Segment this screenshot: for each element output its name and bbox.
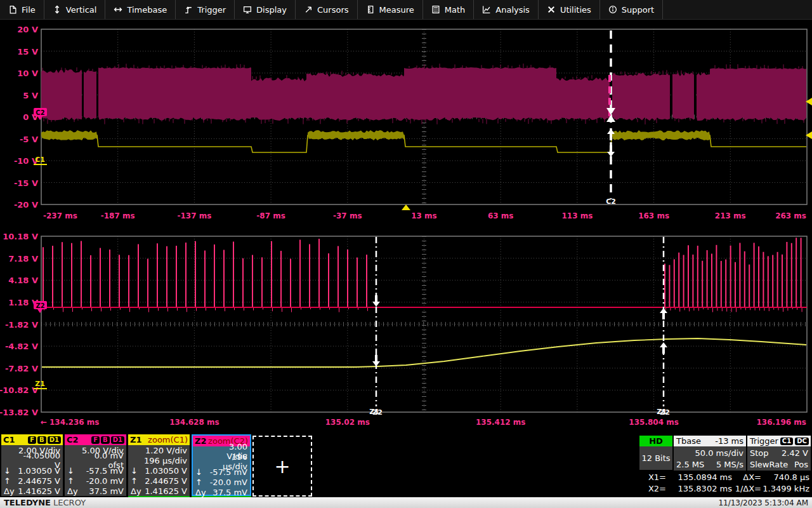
- timebase-delay: -13 ms: [715, 436, 743, 446]
- x1-value: 135.0894 ms: [666, 472, 732, 482]
- grid2-x-label: 136.196 ms: [757, 418, 806, 427]
- channel-row: Δy37.5 mV: [193, 487, 250, 497]
- timebase-box[interactable]: Tbase -13 ms 50.0 ms/div 2.5 MS 5 MS/s: [674, 436, 746, 471]
- waveform-display[interactable]: 20 V15 V10 V5 V0 V-5 V-10 V-15 V-20 V-23…: [0, 0, 812, 508]
- channel-box-Z2[interactable]: Z2zoom(C2)3.00 V/div196 µs/div↓-57.5 mV↑…: [192, 434, 251, 496]
- trigger-source-badge: C1: [780, 438, 793, 445]
- invdx-label: 1/ΔX=: [732, 484, 761, 493]
- channel-box-C1[interactable]: C1FBD12.00 V/div-4.05000 V↓1.03050 V↑2.4…: [1, 434, 63, 496]
- trigger-title: Trigger: [750, 436, 778, 446]
- grid1-y-label: -5 V: [20, 135, 38, 144]
- grid2-x-label: 134.628 ms: [169, 418, 219, 427]
- delta-y-label: Δy: [131, 486, 143, 496]
- zoom-cursor-arrow: [372, 302, 380, 307]
- c1-noise-band: [308, 130, 404, 140]
- channel-value: -57.5 mV: [210, 467, 247, 477]
- grid2-x-label: 135.804 ms: [629, 418, 678, 427]
- channel-row: 1.20 V/div: [128, 445, 190, 455]
- channel-row: ↓1.03050 V: [1, 465, 63, 476]
- grid2-y-label: -1.82 V: [5, 320, 38, 330]
- channel-row: ↓-57.5 mV: [193, 467, 250, 477]
- grid1-x-label: 113 ms: [561, 211, 593, 220]
- c2-trace: [672, 72, 694, 119]
- grid2-y-label: 7.18 V: [8, 254, 38, 264]
- trace-tag-underline: [34, 164, 47, 165]
- grid2-y-label: -13.82 V: [0, 408, 38, 417]
- channel-row: 196 µs/div: [193, 457, 250, 467]
- c2-trace: [612, 73, 670, 121]
- channel-value: 1.03050 V: [18, 466, 60, 476]
- trace-tag-label: C2: [36, 109, 44, 116]
- invdx-value: 1.3499 kHz: [761, 484, 809, 493]
- channel-value: 196 µs/div: [144, 456, 187, 465]
- channel-row: ↑-20.0 mV: [193, 477, 250, 487]
- channel-id: C1: [3, 435, 15, 444]
- channel-id: Z1: [130, 435, 141, 444]
- oscilloscope-screen: File Vertical Timebase Trigger Display C…: [0, 0, 812, 508]
- c1-noise-band: [612, 130, 710, 140]
- c2-trace: [41, 69, 82, 120]
- grid1-x-label: 213 ms: [715, 211, 746, 220]
- trace-tag-C1: C1: [35, 156, 45, 164]
- channel-header: C2FBD1: [65, 434, 126, 445]
- grid1-x-label: 13 ms: [411, 211, 437, 220]
- grid1-x-label: 63 ms: [488, 211, 514, 220]
- acquisition-box[interactable]: HD 12 Bits: [639, 436, 672, 470]
- x2-label: X2=: [638, 484, 666, 493]
- zoom-cursor-arrow-stem: [662, 313, 665, 319]
- trace-tag-underline: [34, 388, 47, 389]
- grid1-y-label: 20 V: [17, 25, 38, 34]
- cursor-high-icon: ↑: [131, 476, 143, 486]
- c2-trace: [697, 68, 806, 121]
- cursor-high-icon: ↑: [4, 476, 16, 486]
- trigger-box[interactable]: Trigger C1 DC Stop 2.42 V SlewRate Pos: [747, 436, 811, 471]
- timebase-samples: 2.5 MS: [676, 460, 704, 469]
- channel-value: 1.20 V/div: [145, 446, 187, 455]
- trigger-position-marker[interactable]: [402, 204, 410, 210]
- grid1-x-label: -187 ms: [101, 211, 135, 220]
- grid1-y-label: -20 V: [14, 200, 38, 210]
- trace-tag-pointer: [37, 309, 43, 313]
- grid2-y-label: -7.82 V: [5, 364, 38, 373]
- channel-value: -20.0 mV: [210, 478, 247, 487]
- grid1-y-label: 5 V: [23, 91, 38, 100]
- channel-value: -20.0 mV: [86, 476, 124, 486]
- channel-badge-D1: D1: [48, 436, 61, 444]
- timebase-title: Tbase: [676, 436, 701, 446]
- grid1-x-label: 163 ms: [638, 211, 669, 220]
- c2-trace: [98, 67, 610, 121]
- channel-header: Z1zoom(C1): [128, 434, 190, 445]
- zoom-source-label: zoom(C1): [148, 435, 188, 444]
- trace-tag-Z1: Z1: [35, 380, 45, 388]
- pan-left-arrow: ←: [41, 418, 47, 427]
- cursor-arrow-down: [607, 152, 615, 157]
- channel-row: ↓1.03050 V: [128, 465, 190, 476]
- hd-badge: HD: [639, 436, 672, 446]
- trigger-level: 2.42 V: [782, 448, 808, 458]
- channel-row: Δy1.41625 V: [128, 486, 190, 496]
- channel-id: C2: [67, 435, 79, 444]
- x2-value: 135.8302 ms: [666, 484, 732, 493]
- channel-id: Z2: [195, 436, 206, 446]
- trace-tag-label: Z2: [36, 302, 44, 309]
- channel-box-C2[interactable]: C2FBD15.00 V/div0.0 mV ofst↓-57.5 mV↑-20…: [65, 434, 126, 496]
- grid1-x-label: -237 ms: [43, 211, 77, 220]
- zoom-cursor-label: Z2: [660, 408, 670, 417]
- channel-row: 196 µs/div: [128, 455, 190, 465]
- channel-row: 0.0 mV ofst: [65, 455, 126, 465]
- cursor-label-c2: C2: [606, 197, 616, 206]
- channel-badge-F: F: [28, 436, 36, 444]
- zoom-cursor-arrow-stem: [662, 347, 665, 354]
- channel-value: 2.44675 V: [145, 476, 187, 486]
- cursor-high-icon: ↑: [195, 478, 208, 487]
- timebase-rate: 5 MS/s: [716, 460, 743, 469]
- grid2-x-label: 135.02 ms: [325, 418, 370, 427]
- add-trace-button[interactable]: +: [252, 436, 312, 497]
- grid1-x-label: -87 ms: [256, 211, 285, 220]
- timebase-per-div: 50.0 ms/div: [695, 448, 743, 458]
- channel-value: 37.5 mV: [213, 488, 247, 497]
- channel-box-Z1[interactable]: Z1zoom(C1)1.20 V/div196 µs/div↓1.03050 V…: [128, 434, 190, 496]
- c1-noise-band: [41, 130, 97, 140]
- grid2-y-label: -4.82 V: [5, 342, 38, 351]
- channel-row: ↑2.44675 V: [128, 476, 190, 486]
